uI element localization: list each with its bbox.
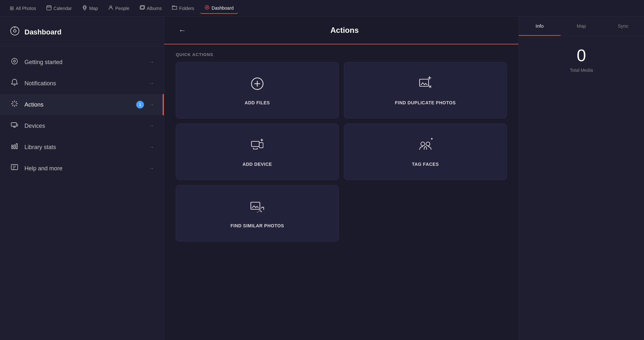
svg-point-9 — [206, 7, 208, 8]
sidebar-items: Getting started → Notifications → — [0, 46, 164, 340]
nav-all-photos[interactable]: ⊞ All Photos — [5, 3, 41, 13]
add-files-label: ADD FILES — [245, 100, 270, 105]
help-label: Help and more — [24, 165, 144, 172]
devices-label: Devices — [24, 123, 144, 129]
svg-rect-25 — [12, 146, 13, 149]
svg-line-19 — [12, 101, 14, 103]
dashboard-nav-icon — [204, 5, 210, 11]
tab-info[interactable]: Info — [519, 17, 561, 36]
library-stats-arrow: → — [149, 144, 154, 150]
library-stats-label: Library stats — [24, 144, 144, 151]
map-nav-icon — [82, 5, 87, 12]
devices-arrow: → — [149, 123, 154, 129]
notifications-label: Notifications — [24, 80, 144, 87]
actions-icon — [10, 100, 19, 109]
find-duplicate-icon — [417, 75, 434, 95]
action-card-find-duplicate[interactable]: FIND DUPLICATE PHOTOS — [344, 62, 507, 118]
quick-actions-label: QUICK ACTIONS — [164, 44, 518, 62]
notifications-icon — [10, 79, 19, 88]
actions-badge: 1 — [136, 101, 144, 109]
sidebar-item-help[interactable]: Help and more → — [0, 158, 164, 179]
svg-line-20 — [16, 105, 17, 106]
add-device-label: ADD DEVICE — [242, 162, 272, 167]
tag-faces-label: TAG FACES — [412, 162, 439, 167]
actions-label: Actions — [24, 101, 131, 108]
svg-line-22 — [12, 105, 14, 106]
right-panel: Info Map Sync 0 Total Media — [518, 17, 644, 340]
svg-point-8 — [205, 5, 209, 9]
total-media-label: Total Media — [570, 68, 593, 73]
nav-people[interactable]: People — [104, 3, 134, 14]
right-tabs: Info Map Sync — [519, 17, 644, 36]
svg-point-14 — [14, 60, 15, 62]
sidebar-dashboard-icon — [10, 26, 20, 38]
center-title: Actions — [195, 26, 494, 35]
sidebar: Dashboard Getting started → Notification… — [0, 17, 164, 340]
getting-started-arrow: → — [149, 59, 154, 65]
svg-rect-0 — [47, 6, 51, 10]
sidebar-header: Dashboard — [0, 17, 164, 46]
getting-started-icon — [10, 57, 19, 67]
action-card-add-device[interactable]: ADD DEVICE — [176, 124, 339, 180]
tab-map[interactable]: Map — [561, 17, 602, 36]
sidebar-item-devices[interactable]: Devices → — [0, 115, 164, 137]
main-layout: Dashboard Getting started → Notification… — [0, 17, 644, 340]
back-button[interactable]: ← — [176, 24, 189, 36]
center-header: ← Actions — [164, 17, 518, 44]
sidebar-item-notifications[interactable]: Notifications → — [0, 73, 164, 94]
svg-rect-29 — [11, 165, 18, 170]
notifications-arrow: → — [149, 80, 154, 86]
sidebar-title: Dashboard — [24, 28, 62, 36]
svg-point-46 — [426, 142, 430, 146]
svg-point-11 — [14, 30, 16, 32]
help-arrow: → — [149, 165, 154, 171]
action-card-tag-faces[interactable]: TAG FACES — [344, 124, 507, 180]
help-icon — [10, 164, 19, 173]
svg-rect-36 — [420, 79, 429, 86]
calendar-icon — [46, 5, 52, 12]
action-card-find-similar[interactable]: FIND SIMILAR PHOTOS — [176, 185, 339, 241]
svg-rect-24 — [16, 124, 18, 126]
tag-faces-icon — [417, 137, 434, 156]
nav-albums[interactable]: Albums — [135, 3, 166, 14]
library-stats-icon — [10, 142, 19, 152]
devices-icon — [10, 121, 19, 131]
right-content: 0 Total Media — [519, 36, 644, 82]
action-card-add-files[interactable]: ADD FILES — [176, 62, 339, 118]
svg-rect-44 — [259, 143, 263, 148]
total-media-count: 0 — [577, 46, 586, 65]
albums-icon — [140, 5, 145, 12]
nav-folders[interactable]: Folders — [167, 3, 199, 14]
svg-rect-49 — [251, 202, 260, 209]
find-similar-label: FIND SIMILAR PHOTOS — [231, 223, 284, 228]
find-duplicate-label: FIND DUPLICATE PHOTOS — [395, 100, 456, 105]
actions-arrow: → — [149, 102, 154, 108]
sidebar-item-getting-started[interactable]: Getting started → — [0, 52, 164, 73]
svg-rect-26 — [14, 145, 15, 149]
svg-rect-23 — [11, 123, 16, 126]
svg-rect-41 — [251, 141, 259, 146]
sidebar-item-library-stats[interactable]: Library stats → — [0, 137, 164, 158]
svg-point-45 — [421, 142, 425, 146]
tab-sync[interactable]: Sync — [602, 17, 644, 36]
folders-icon — [172, 5, 177, 12]
actions-grid: ADD FILES FIND DUPLICATE PHOTOS — [164, 62, 518, 249]
svg-point-5 — [110, 6, 112, 8]
people-icon — [108, 5, 113, 12]
nav-calendar[interactable]: Calendar — [42, 3, 76, 14]
sidebar-item-actions[interactable]: Actions 1 → — [0, 94, 164, 115]
all-photos-icon: ⊞ — [10, 5, 14, 11]
add-files-icon — [249, 75, 266, 95]
svg-point-4 — [84, 6, 86, 8]
svg-rect-27 — [16, 144, 17, 149]
svg-point-28 — [12, 145, 13, 146]
svg-point-13 — [12, 58, 17, 64]
find-similar-icon — [249, 198, 266, 218]
center-panel: ← Actions QUICK ACTIONS ADD FILES — [164, 17, 518, 340]
nav-dashboard[interactable]: Dashboard — [200, 3, 238, 14]
svg-line-21 — [16, 101, 17, 103]
add-device-icon — [249, 137, 266, 156]
top-nav: ⊞ All Photos Calendar Map People Albums … — [0, 0, 644, 17]
nav-map[interactable]: Map — [78, 3, 102, 14]
getting-started-label: Getting started — [24, 59, 144, 66]
